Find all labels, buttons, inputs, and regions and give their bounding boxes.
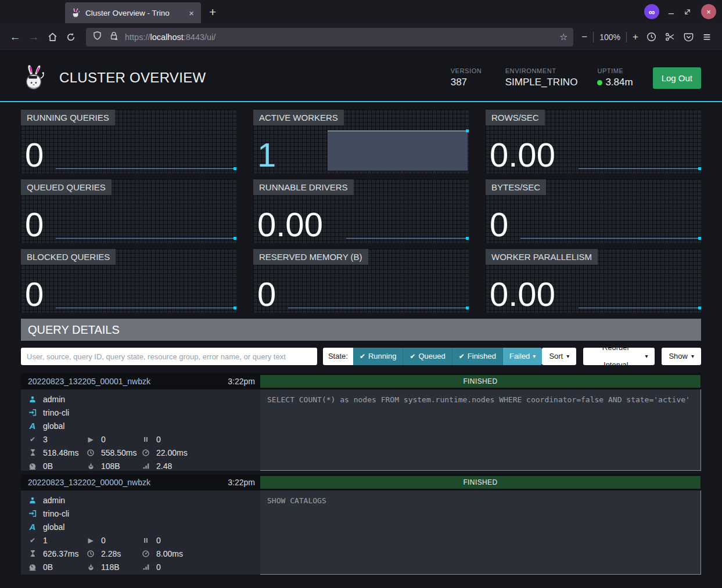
stat-panel-active-workers: ACTIVE WORKERS 1 <box>253 110 469 174</box>
resource-group-icon: A <box>28 522 37 532</box>
history-icon[interactable] <box>642 28 660 46</box>
cpu-time-icon <box>86 550 95 558</box>
stat-label: RESERVED MEMORY (B) <box>253 249 368 265</box>
source-icon <box>28 408 37 417</box>
pocket-icon[interactable] <box>679 28 698 46</box>
tracking-shield-icon[interactable] <box>92 30 103 44</box>
query-status-badge: FINISHED <box>260 375 701 388</box>
new-tab-button[interactable]: + <box>209 5 216 19</box>
stat-panel-blocked-queries: BLOCKED QUERIES 0 <box>21 249 236 313</box>
parallelism-icon <box>141 462 150 470</box>
reload-button[interactable] <box>62 28 80 46</box>
query-status-badge: FINISHED <box>260 476 701 489</box>
uptime-status-dot <box>597 80 602 85</box>
query-row-header: 20220823_132202_00000_nwbzk 3:22pm FINIS… <box>21 474 701 490</box>
sparkline-dot <box>698 167 701 170</box>
running-splits-icon: ▶ <box>86 536 95 544</box>
window-minimize-button[interactable]: – <box>669 10 674 16</box>
sparkline <box>346 238 467 239</box>
reorder-interval-dropdown[interactable]: Reorder Interval▾ <box>583 348 655 365</box>
stat-value: 1 <box>257 138 276 172</box>
query-user: admin <box>43 395 65 404</box>
private-browsing-icon: ∞ <box>644 4 659 19</box>
sparkline-dot <box>234 237 236 240</box>
execution-time-icon <box>141 449 150 457</box>
bookmark-star-icon[interactable]: ☆ <box>559 31 567 42</box>
browser-tab[interactable]: Cluster Overview - Trino × <box>65 2 201 23</box>
trino-logo <box>21 63 48 93</box>
zoom-level[interactable]: 100% <box>599 33 620 42</box>
tab-close-icon[interactable]: × <box>188 8 195 18</box>
execution-time-icon <box>141 550 150 558</box>
window-close-button[interactable]: × <box>701 4 716 19</box>
sparkline-dot <box>466 237 469 240</box>
sparkline <box>56 168 235 169</box>
filter-finished-button[interactable]: ✔Finished <box>452 348 503 365</box>
divider <box>626 32 627 42</box>
sparkline-dot <box>698 237 701 240</box>
completed-splits-icon: ✔ <box>28 435 37 443</box>
logout-button[interactable]: Log Out <box>653 67 701 89</box>
query-stats: admin trino-cli Aglobal ✔3 ▶0 0 518.48ms… <box>21 389 260 471</box>
parallelism: 2.48 <box>156 461 172 471</box>
page-header: CLUSTER OVERVIEW VERSION 387 ENVIRONMENT… <box>0 51 722 102</box>
query-resource-group: global <box>43 522 64 532</box>
window-maximize-button[interactable] <box>683 8 692 16</box>
caret-down-icon: ▾ <box>645 348 648 365</box>
stat-label: QUEUED QUERIES <box>21 179 112 195</box>
lock-warning-icon[interactable] <box>109 31 119 44</box>
stat-label: BLOCKED QUERIES <box>21 249 116 265</box>
sparkline <box>579 308 699 308</box>
parallelism-icon <box>141 563 150 571</box>
sparkline <box>56 238 235 239</box>
home-button[interactable] <box>43 28 62 46</box>
tab-title: Cluster Overview - Trino <box>85 9 188 17</box>
query-id-link[interactable]: 20220823_132202_00000_nwbzk <box>28 478 150 487</box>
menu-button[interactable]: ≡ <box>698 28 716 46</box>
screenshot-extension-icon[interactable] <box>660 28 679 46</box>
stat-value: 0.00 <box>257 208 323 241</box>
check-icon: ✔ <box>410 348 415 365</box>
state-label: State: <box>323 348 353 365</box>
stat-panel-runnable-drivers: RUNNABLE DRIVERS 0.00 <box>253 179 469 243</box>
stat-panel-queued-queries: QUEUED QUERIES 0 <box>21 179 236 243</box>
cumulative-memory: 118B <box>101 562 120 572</box>
sort-dropdown[interactable]: Sort▾ <box>542 348 576 365</box>
stat-value: 0 <box>25 208 44 241</box>
query-source: trino-cli <box>43 509 69 518</box>
caret-down-icon: ▾ <box>533 348 536 365</box>
stat-label: RUNNING QUERIES <box>21 110 115 125</box>
trino-favicon <box>71 8 81 19</box>
sparkline-area <box>328 131 468 171</box>
url-bar[interactable]: https://localhost:8443/ui/ ☆ <box>86 28 573 46</box>
filter-queued-button[interactable]: ✔Queued <box>403 348 452 365</box>
cumulative-memory-icon <box>86 462 95 470</box>
back-button[interactable]: ← <box>6 28 24 46</box>
search-input[interactable] <box>21 348 317 365</box>
cumulative-memory-icon <box>86 563 95 571</box>
browser-nav-bar: ← → https://localhost:8443/ui/ ☆ − 100% … <box>0 23 722 51</box>
cumulative-memory: 108B <box>101 461 120 471</box>
version-block: VERSION 387 <box>451 67 486 88</box>
query-time: 3:22pm <box>228 377 255 386</box>
stat-panel-rows-sec: ROWS/SEC 0.00 <box>486 110 701 174</box>
uptime-value: 3.84m <box>605 77 633 88</box>
stat-label: BYTES/SEC <box>486 179 546 195</box>
completed-splits: 3 <box>43 435 48 444</box>
show-dropdown[interactable]: Show▾ <box>662 348 701 365</box>
browser-tab-bar: Cluster Overview - Trino × + ∞ – × <box>0 0 722 23</box>
query-row: admin trino-cli Aglobal ✔3 ▶0 0 518.48ms… <box>21 389 701 471</box>
stat-panel-running-queries: RUNNING QUERIES 0 <box>21 110 236 174</box>
current-memory-icon <box>28 563 37 571</box>
zoom-in-button[interactable]: + <box>633 31 638 43</box>
version-value: 387 <box>451 77 486 88</box>
filter-running-button[interactable]: ✔Running <box>353 348 404 365</box>
running-splits: 0 <box>101 435 106 444</box>
zoom-out-button[interactable]: − <box>581 31 587 43</box>
query-id-link[interactable]: 20220823_132205_00001_nwbzk <box>28 377 150 386</box>
filter-failed-dropdown[interactable]: Failed▾ <box>503 348 542 365</box>
sparkline-dot <box>234 167 236 170</box>
forward-button: → <box>24 28 43 46</box>
wall-time-icon <box>28 550 37 557</box>
execution-time: 22.00ms <box>156 448 188 457</box>
